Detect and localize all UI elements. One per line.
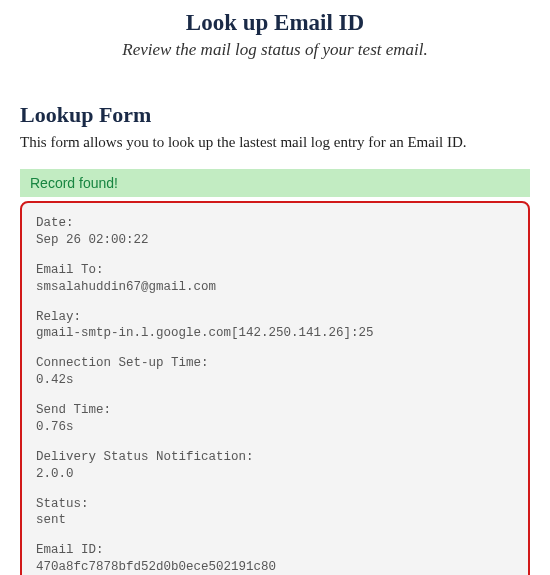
result-field-value: sent [36,512,514,529]
page-subtitle: Review the mail log status of your test … [0,40,550,60]
section-description: This form allows you to look up the last… [20,134,530,151]
result-field-label: Delivery Status Notification: [36,449,514,466]
section-title: Lookup Form [20,102,530,128]
result-field: Status:sent [36,496,514,530]
result-field-label: Date: [36,215,514,232]
result-field: Delivery Status Notification:2.0.0 [36,449,514,483]
result-field: Date:Sep 26 02:00:22 [36,215,514,249]
result-field-value: 0.76s [36,419,514,436]
result-field: Send Time:0.76s [36,402,514,436]
result-field-value: 0.42s [36,372,514,389]
result-field-value: 470a8fc7878bfd52d0b0ece502191c80 [36,559,514,575]
result-field-value: smsalahuddin67@gmail.com [36,279,514,296]
result-field-value: Sep 26 02:00:22 [36,232,514,249]
result-field-label: Relay: [36,309,514,326]
result-box: Date:Sep 26 02:00:22Email To:smsalahuddi… [20,201,530,575]
result-field: Connection Set-up Time:0.42s [36,355,514,389]
result-field-label: Email ID: [36,542,514,559]
result-field-value: 2.0.0 [36,466,514,483]
result-field-label: Status: [36,496,514,513]
result-field-value: gmail-smtp-in.l.google.com[142.250.141.2… [36,325,514,342]
result-field-label: Send Time: [36,402,514,419]
result-field: Email To:smsalahuddin67@gmail.com [36,262,514,296]
status-bar: Record found! [20,169,530,197]
result-field-label: Connection Set-up Time: [36,355,514,372]
result-field-label: Email To: [36,262,514,279]
result-field: Relay:gmail-smtp-in.l.google.com[142.250… [36,309,514,343]
page-title: Look up Email ID [0,10,550,36]
result-field: Email ID:470a8fc7878bfd52d0b0ece502191c8… [36,542,514,575]
content-area: Lookup Form This form allows you to look… [0,102,550,575]
